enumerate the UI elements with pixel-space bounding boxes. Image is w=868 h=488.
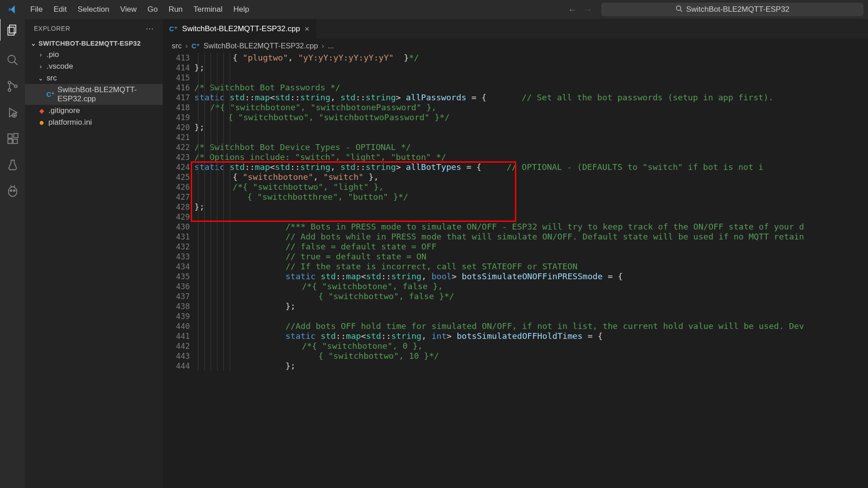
code-line[interactable]: 422/* Switchbot Bot Device Types - OPTIO…: [163, 142, 868, 152]
code-line[interactable]: 420};: [163, 122, 868, 132]
code-line[interactable]: 428};: [163, 202, 868, 212]
explorer-icon[interactable]: [0, 19, 24, 41]
code-line[interactable]: 434 // If the state is incorrect, call s…: [163, 262, 868, 272]
nav-back-icon[interactable]: ←: [568, 5, 577, 15]
workspace-folder-header[interactable]: ⌄ SWITCHBOT-BLE2MQTT-ESP32: [25, 38, 163, 49]
code-line[interactable]: 432 // false = default state = OFF: [163, 242, 868, 252]
line-number: 422: [163, 142, 190, 152]
menu-item-edit[interactable]: Edit: [48, 2, 72, 17]
code-line[interactable]: 416/* Switchbot Bot Passwords */: [163, 83, 868, 93]
code-line[interactable]: 421: [163, 132, 868, 142]
code-line[interactable]: 423/* Options include: "switch", "light"…: [163, 152, 868, 162]
code-content: };: [194, 202, 868, 212]
code-line[interactable]: 435 static std::map<std::string, bool> b…: [163, 272, 868, 282]
code-line[interactable]: 417static std::map<std::string, std::str…: [163, 93, 868, 103]
file-platformio-ini[interactable]: ☻platformio.ini: [25, 117, 163, 128]
code-content: /*{ "switchbotone", 0 },: [241, 341, 868, 351]
editor-tabs: C⁺ SwitchBot-BLE2MQTT-ESP32.cpp ×: [163, 19, 868, 39]
activity-bar: [0, 19, 25, 488]
menu-item-view[interactable]: View: [115, 2, 142, 17]
folder-src[interactable]: ⌄src: [25, 72, 163, 84]
menu-item-run[interactable]: Run: [163, 2, 188, 17]
line-number: 428: [163, 202, 190, 212]
command-center-search[interactable]: SwitchBot-BLE2MQTT-ESP32: [601, 3, 863, 16]
code-content: /*** Bots in PRESS mode to simulate ON/O…: [235, 222, 868, 232]
breadcrumb[interactable]: src › C⁺ SwitchBot-BLE2MQTT-ESP32.cpp › …: [163, 39, 868, 53]
code-line[interactable]: 439: [163, 311, 868, 321]
code-line[interactable]: 425 { "switchbotone", "switch" },: [163, 172, 868, 182]
code-line[interactable]: 415: [163, 73, 868, 83]
menu-item-selection[interactable]: Selection: [72, 2, 115, 17]
main-menu: FileEditSelectionViewGoRunTerminalHelp: [25, 2, 255, 17]
svg-point-17: [8, 187, 17, 197]
code-line[interactable]: 438 };: [163, 301, 868, 311]
indent-guides: [190, 53, 235, 63]
code-line[interactable]: 424static std::map<std::string, std::str…: [163, 162, 868, 172]
close-icon[interactable]: ×: [305, 24, 310, 34]
indent-guides: [190, 132, 235, 142]
svg-rect-3: [8, 27, 14, 35]
svg-rect-13: [8, 134, 12, 138]
menu-item-go[interactable]: Go: [142, 2, 163, 17]
workspace-folder-name: SWITCHBOT-BLE2MQTT-ESP32: [38, 40, 141, 47]
code-line[interactable]: 426 /*{ "switchbottwo", "light" },: [163, 182, 868, 192]
code-line[interactable]: 440 //Add bots OFF hold time for simulat…: [163, 321, 868, 331]
code-content: [194, 73, 868, 83]
chevron-down-icon: ⌄: [30, 40, 37, 47]
code-line[interactable]: 427 { "switchbotthree", "button" }*/: [163, 192, 868, 202]
code-line[interactable]: 441 static std::map<std::string, int> bo…: [163, 331, 868, 341]
file--gitignore[interactable]: ◆.gitignore: [25, 105, 163, 117]
indent-guides: [190, 232, 235, 242]
editor-tab[interactable]: C⁺ SwitchBot-BLE2MQTT-ESP32.cpp ×: [163, 19, 316, 39]
tree-item-label: platformio.ini: [48, 118, 92, 127]
code-line[interactable]: 442 /*{ "switchbotone", 0 },: [163, 341, 868, 351]
line-number: 426: [163, 182, 190, 192]
code-content: { "switchbotthree", "button" }*/: [217, 192, 868, 202]
code-line[interactable]: 433 // true = default state = ON: [163, 252, 868, 262]
code-line[interactable]: 436 /*{ "switchbotone", false },: [163, 282, 868, 291]
explorer-more-icon[interactable]: ⋯: [146, 23, 154, 33]
run-debug-icon[interactable]: [6, 106, 19, 119]
code-line[interactable]: 418 /*{ "switchbotone", "switchbotonePas…: [163, 103, 868, 113]
code-content: { "switchbottwo", "switchbottwoPassword"…: [208, 113, 868, 122]
code-line[interactable]: 414};: [163, 63, 868, 73]
code-line[interactable]: 430 /*** Bots in PRESS mode to simulate …: [163, 222, 868, 232]
line-number: 419: [163, 113, 190, 122]
menu-item-terminal[interactable]: Terminal: [188, 2, 228, 17]
source-control-icon[interactable]: [6, 80, 19, 93]
cpp-file-icon: C⁺: [47, 90, 55, 99]
line-number: 430: [163, 222, 190, 232]
svg-point-4: [8, 56, 15, 63]
indent-guides: [190, 162, 235, 172]
file-SwitchBot-BLE2MQTT-ESP32-cpp[interactable]: C⁺SwitchBot-BLE2MQTT-ESP32.cpp: [25, 84, 163, 105]
code-line[interactable]: 429: [163, 212, 868, 222]
code-line[interactable]: 444 };: [163, 361, 868, 371]
line-number: 421: [163, 132, 190, 142]
code-line[interactable]: 413 { "plugtwo", "yY:yY:yY:yY:yY:yY" }*/: [163, 53, 868, 63]
indent-guides: [190, 142, 235, 152]
indent-guides: [190, 301, 235, 311]
explorer-header: EXPLORER ⋯: [25, 19, 163, 38]
extensions-icon[interactable]: [6, 132, 19, 145]
indent-guides: [190, 182, 235, 192]
code-line[interactable]: 431 // Add bots while in PRESS mode that…: [163, 232, 868, 242]
folder--vscode[interactable]: ›.vscode: [25, 61, 163, 72]
folder--pio[interactable]: ›.pio: [25, 49, 163, 61]
search-activity-icon[interactable]: [6, 53, 19, 67]
testing-icon[interactable]: [6, 158, 19, 172]
platformio-icon[interactable]: [6, 184, 19, 198]
line-number: 442: [163, 341, 190, 351]
code-line[interactable]: 437 { "switchbottwo", false }*/: [163, 291, 868, 301]
tree-item-label: .gitignore: [48, 106, 80, 115]
code-line[interactable]: 443 { "switchbottwo", 10 }*/: [163, 351, 868, 361]
svg-rect-15: [13, 139, 17, 143]
code-editor[interactable]: 413 { "plugtwo", "yY:yY:yY:yY:yY:yY" }*/…: [163, 53, 868, 371]
code-content: //Add bots OFF hold time for simulated O…: [235, 321, 868, 331]
code-content: /* Switchbot Bot Device Types - OPTIONAL…: [194, 142, 868, 152]
nav-forward-icon[interactable]: →: [583, 5, 592, 15]
chevron-right-icon: ›: [38, 63, 44, 70]
code-line[interactable]: 419 { "switchbottwo", "switchbottwoPassw…: [163, 113, 868, 122]
menu-item-help[interactable]: Help: [228, 2, 255, 17]
menu-item-file[interactable]: File: [25, 2, 48, 17]
line-number: 443: [163, 351, 190, 361]
